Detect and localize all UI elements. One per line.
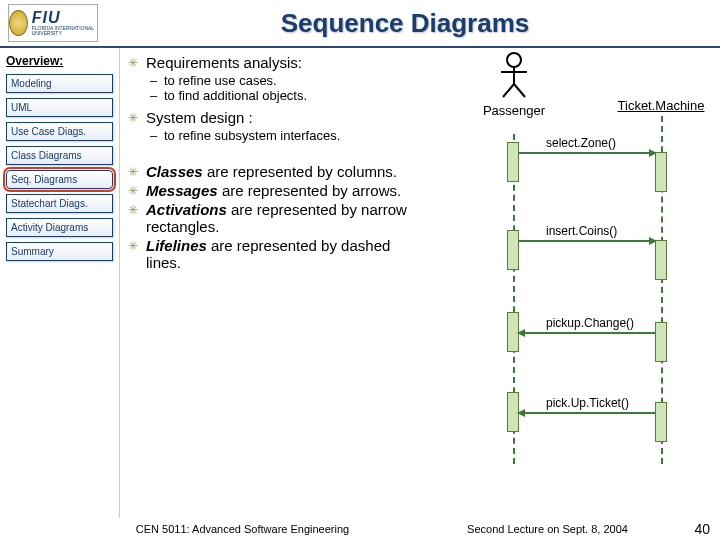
message-label: pick.Up.Ticket() — [546, 396, 696, 410]
sidebar: Overview: Modeling UML Use Case Diags. C… — [0, 48, 120, 518]
nav-class[interactable]: Class Diagrams — [6, 146, 113, 165]
object-label: Ticket.Machine — [606, 98, 716, 113]
actor: Passenger — [474, 52, 554, 118]
page-number: 40 — [680, 521, 710, 537]
svg-line-3 — [503, 84, 514, 97]
nav-usecase[interactable]: Use Case Diags. — [6, 122, 113, 141]
actor-label: Passenger — [474, 103, 554, 118]
header: FIU FLORIDA INTERNATIONAL UNIVERSITY Seq… — [0, 0, 720, 48]
bullet-sysdesign: System design : to refine subsystem inte… — [128, 109, 428, 143]
nav-activity[interactable]: Activity Diagrams — [6, 218, 113, 237]
activation-box — [655, 240, 667, 280]
footer: CEN 5011: Advanced Software Engineering … — [0, 518, 720, 540]
nav-modeling[interactable]: Modeling — [6, 74, 113, 93]
seal-icon — [9, 10, 28, 36]
message-label: select.Zone() — [546, 136, 696, 150]
logo-text: FIU — [32, 10, 97, 26]
bullet-messages: Messages are represented by arrows. — [128, 182, 428, 199]
nav-uml[interactable]: UML — [6, 98, 113, 117]
footer-course: CEN 5011: Advanced Software Engineering — [110, 523, 375, 535]
page-title: Sequence Diagrams — [98, 8, 712, 39]
arrow-icon — [519, 332, 655, 334]
bullet-classes: Classes are represented by columns. — [128, 163, 428, 180]
sub-find-objects: to find additional objects. — [150, 88, 428, 103]
arrow-icon — [519, 412, 655, 414]
activation-box — [507, 230, 519, 270]
bullet-req: Requirements analysis: to refine use cas… — [128, 54, 428, 103]
footer-date: Second Lecture on Sept. 8, 2004 — [415, 523, 680, 535]
message-label: pickup.Change() — [546, 316, 696, 330]
sidebar-heading: Overview: — [6, 54, 113, 68]
arrow-icon — [519, 240, 655, 242]
sequence-diagram: Passenger Ticket.Machine select.Zone() i… — [456, 52, 716, 472]
fiu-logo: FIU FLORIDA INTERNATIONAL UNIVERSITY — [8, 4, 98, 42]
svg-line-4 — [514, 84, 525, 97]
stick-figure-icon — [499, 52, 529, 101]
arrow-icon — [519, 152, 655, 154]
nav-summary[interactable]: Summary — [6, 242, 113, 261]
main-content: Requirements analysis: to refine use cas… — [120, 48, 720, 518]
sub-refine-if: to refine subsystem interfaces. — [150, 128, 428, 143]
message-label: insert.Coins() — [546, 224, 696, 238]
activation-box — [655, 152, 667, 192]
nav-sequence[interactable]: Seq. Diagrams — [6, 170, 113, 189]
bullet-lifelines: Lifelines are represented by dashed line… — [128, 237, 428, 271]
activation-box — [507, 142, 519, 182]
logo-subtext: FLORIDA INTERNATIONAL UNIVERSITY — [32, 26, 97, 36]
bullet-activations: Activations are represented by narrow re… — [128, 201, 428, 235]
sub-refine-cases: to refine use cases. — [150, 73, 428, 88]
nav-statechart[interactable]: Statechart Diags. — [6, 194, 113, 213]
svg-point-0 — [507, 53, 521, 67]
